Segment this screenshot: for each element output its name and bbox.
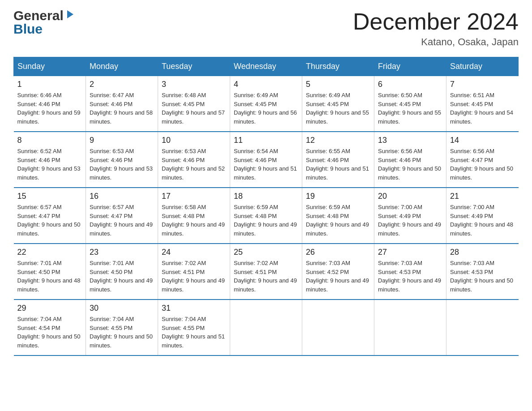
calendar-cell: 12Sunrise: 6:55 AMSunset: 4:46 PMDayligh… <box>302 132 374 188</box>
day-info: Sunrise: 7:00 AMSunset: 4:49 PMDaylight:… <box>378 203 442 238</box>
day-info: Sunrise: 6:49 AMSunset: 4:45 PMDaylight:… <box>306 91 370 126</box>
calendar-cell: 30Sunrise: 7:04 AMSunset: 4:55 PMDayligh… <box>86 300 158 355</box>
svg-marker-0 <box>67 10 73 18</box>
day-number: 22 <box>17 248 82 257</box>
day-info: Sunrise: 6:56 AMSunset: 4:47 PMDaylight:… <box>450 147 515 182</box>
calendar-cell: 6Sunrise: 6:50 AMSunset: 4:45 PMDaylight… <box>374 76 446 132</box>
day-info: Sunrise: 7:03 AMSunset: 4:53 PMDaylight:… <box>450 259 515 294</box>
day-info: Sunrise: 7:04 AMSunset: 4:54 PMDaylight:… <box>17 315 82 350</box>
day-number: 10 <box>162 136 226 145</box>
calendar-cell: 22Sunrise: 7:01 AMSunset: 4:50 PMDayligh… <box>14 244 86 300</box>
day-number: 7 <box>450 80 515 89</box>
calendar-cell <box>230 300 302 355</box>
calendar-cell: 27Sunrise: 7:03 AMSunset: 4:53 PMDayligh… <box>374 244 446 300</box>
logo: General Blue <box>13 9 75 36</box>
calendar-week-row: 29Sunrise: 7:04 AMSunset: 4:54 PMDayligh… <box>14 300 519 355</box>
calendar-table: SundayMondayTuesdayWednesdayThursdayFrid… <box>13 57 519 356</box>
calendar-cell: 19Sunrise: 6:59 AMSunset: 4:48 PMDayligh… <box>302 188 374 244</box>
day-info: Sunrise: 6:47 AMSunset: 4:46 PMDaylight:… <box>90 91 154 126</box>
calendar-cell: 5Sunrise: 6:49 AMSunset: 4:45 PMDaylight… <box>302 76 374 132</box>
calendar-cell <box>446 300 519 355</box>
day-info: Sunrise: 6:53 AMSunset: 4:46 PMDaylight:… <box>90 147 154 182</box>
month-title: December 2024 <box>353 9 519 34</box>
day-number: 21 <box>450 192 515 201</box>
calendar-cell <box>374 300 446 355</box>
day-number: 27 <box>378 248 442 257</box>
calendar-cell: 15Sunrise: 6:57 AMSunset: 4:47 PMDayligh… <box>14 188 86 244</box>
day-info: Sunrise: 6:54 AMSunset: 4:46 PMDaylight:… <box>234 147 298 182</box>
day-number: 20 <box>378 192 442 201</box>
day-info: Sunrise: 7:03 AMSunset: 4:52 PMDaylight:… <box>306 259 370 294</box>
day-number: 17 <box>162 192 226 201</box>
day-number: 26 <box>306 248 370 257</box>
calendar-cell: 10Sunrise: 6:53 AMSunset: 4:46 PMDayligh… <box>158 132 230 188</box>
title-section: December 2024 Katano, Osaka, Japan <box>353 9 519 48</box>
calendar-week-row: 22Sunrise: 7:01 AMSunset: 4:50 PMDayligh… <box>14 244 519 300</box>
day-info: Sunrise: 7:01 AMSunset: 4:50 PMDaylight:… <box>17 259 82 294</box>
day-number: 18 <box>234 192 298 201</box>
header-wednesday: Wednesday <box>230 57 302 76</box>
calendar-cell: 9Sunrise: 6:53 AMSunset: 4:46 PMDaylight… <box>86 132 158 188</box>
day-info: Sunrise: 6:56 AMSunset: 4:46 PMDaylight:… <box>378 147 442 182</box>
day-info: Sunrise: 7:01 AMSunset: 4:50 PMDaylight:… <box>90 259 154 294</box>
day-number: 30 <box>90 304 154 313</box>
header-saturday: Saturday <box>446 57 519 76</box>
day-number: 13 <box>378 136 442 145</box>
calendar-cell: 31Sunrise: 7:04 AMSunset: 4:55 PMDayligh… <box>158 300 230 355</box>
calendar-cell: 29Sunrise: 7:04 AMSunset: 4:54 PMDayligh… <box>14 300 86 355</box>
calendar-cell <box>302 300 374 355</box>
calendar-cell: 26Sunrise: 7:03 AMSunset: 4:52 PMDayligh… <box>302 244 374 300</box>
calendar-cell: 21Sunrise: 7:00 AMSunset: 4:49 PMDayligh… <box>446 188 519 244</box>
day-number: 8 <box>17 136 82 145</box>
calendar-cell: 4Sunrise: 6:49 AMSunset: 4:45 PMDaylight… <box>230 76 302 132</box>
day-info: Sunrise: 6:52 AMSunset: 4:46 PMDaylight:… <box>17 147 82 182</box>
day-number: 6 <box>378 80 442 89</box>
day-info: Sunrise: 6:53 AMSunset: 4:46 PMDaylight:… <box>162 147 226 182</box>
day-number: 1 <box>17 80 82 89</box>
day-number: 14 <box>450 136 515 145</box>
day-number: 16 <box>90 192 154 201</box>
calendar-week-row: 8Sunrise: 6:52 AMSunset: 4:46 PMDaylight… <box>14 132 519 188</box>
calendar-header-row: SundayMondayTuesdayWednesdayThursdayFrid… <box>14 57 519 76</box>
day-info: Sunrise: 6:55 AMSunset: 4:46 PMDaylight:… <box>306 147 370 182</box>
day-info: Sunrise: 7:04 AMSunset: 4:55 PMDaylight:… <box>90 315 154 350</box>
calendar-cell: 11Sunrise: 6:54 AMSunset: 4:46 PMDayligh… <box>230 132 302 188</box>
day-number: 29 <box>17 304 82 313</box>
day-number: 31 <box>162 304 226 313</box>
day-info: Sunrise: 7:02 AMSunset: 4:51 PMDaylight:… <box>162 259 226 294</box>
calendar-cell: 3Sunrise: 6:48 AMSunset: 4:45 PMDaylight… <box>158 76 230 132</box>
day-info: Sunrise: 7:03 AMSunset: 4:53 PMDaylight:… <box>378 259 442 294</box>
day-number: 11 <box>234 136 298 145</box>
day-number: 15 <box>17 192 82 201</box>
day-info: Sunrise: 6:57 AMSunset: 4:47 PMDaylight:… <box>90 203 154 238</box>
day-info: Sunrise: 6:46 AMSunset: 4:46 PMDaylight:… <box>17 91 82 126</box>
day-info: Sunrise: 6:48 AMSunset: 4:45 PMDaylight:… <box>162 91 226 126</box>
day-number: 4 <box>234 80 298 89</box>
calendar-cell: 16Sunrise: 6:57 AMSunset: 4:47 PMDayligh… <box>86 188 158 244</box>
header-monday: Monday <box>86 57 158 76</box>
logo-arrow-icon <box>65 8 75 21</box>
calendar-cell: 23Sunrise: 7:01 AMSunset: 4:50 PMDayligh… <box>86 244 158 300</box>
day-info: Sunrise: 7:02 AMSunset: 4:51 PMDaylight:… <box>234 259 298 294</box>
calendar-week-row: 1Sunrise: 6:46 AMSunset: 4:46 PMDaylight… <box>14 76 519 132</box>
header-thursday: Thursday <box>302 57 374 76</box>
calendar-cell: 18Sunrise: 6:59 AMSunset: 4:48 PMDayligh… <box>230 188 302 244</box>
calendar-cell: 1Sunrise: 6:46 AMSunset: 4:46 PMDaylight… <box>14 76 86 132</box>
calendar-cell: 7Sunrise: 6:51 AMSunset: 4:45 PMDaylight… <box>446 76 519 132</box>
calendar-cell: 14Sunrise: 6:56 AMSunset: 4:47 PMDayligh… <box>446 132 519 188</box>
day-number: 3 <box>162 80 226 89</box>
calendar-cell: 13Sunrise: 6:56 AMSunset: 4:46 PMDayligh… <box>374 132 446 188</box>
logo-line1: General <box>13 9 75 22</box>
page-header: General Blue December 2024 Katano, Osaka… <box>13 9 519 48</box>
calendar-cell: 24Sunrise: 7:02 AMSunset: 4:51 PMDayligh… <box>158 244 230 300</box>
location: Katano, Osaka, Japan <box>353 36 519 48</box>
day-info: Sunrise: 6:51 AMSunset: 4:45 PMDaylight:… <box>450 91 515 126</box>
calendar-cell: 20Sunrise: 7:00 AMSunset: 4:49 PMDayligh… <box>374 188 446 244</box>
logo-line2: Blue <box>13 22 75 36</box>
day-info: Sunrise: 6:58 AMSunset: 4:48 PMDaylight:… <box>162 203 226 238</box>
day-number: 23 <box>90 248 154 257</box>
calendar-week-row: 15Sunrise: 6:57 AMSunset: 4:47 PMDayligh… <box>14 188 519 244</box>
day-info: Sunrise: 6:50 AMSunset: 4:45 PMDaylight:… <box>378 91 442 126</box>
calendar-cell: 2Sunrise: 6:47 AMSunset: 4:46 PMDaylight… <box>86 76 158 132</box>
header-tuesday: Tuesday <box>158 57 230 76</box>
